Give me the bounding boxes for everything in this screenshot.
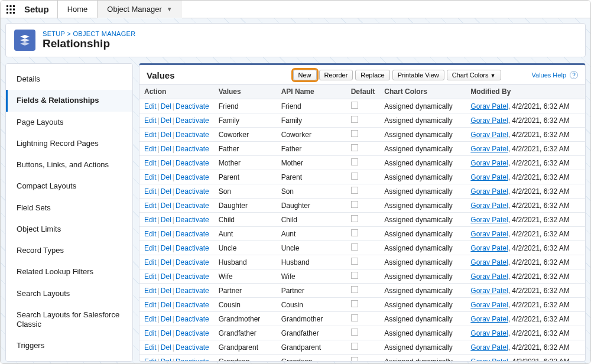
del-link[interactable]: Del — [161, 102, 171, 110]
edit-link[interactable]: Edit — [144, 315, 157, 323]
sidebar-item[interactable]: Lightning Record Pages — [6, 133, 132, 154]
deactivate-link[interactable]: Deactivate — [176, 116, 209, 125]
user-link[interactable]: Gorav Patel — [470, 287, 508, 295]
sidebar-item[interactable]: Search Layouts for Salesforce Classic — [6, 304, 132, 336]
edit-link[interactable]: Edit — [144, 159, 157, 167]
deactivate-link[interactable]: Deactivate — [176, 145, 209, 153]
user-link[interactable]: Gorav Patel — [470, 358, 508, 362]
edit-link[interactable]: Edit — [144, 343, 157, 352]
edit-link[interactable]: Edit — [144, 358, 157, 362]
edit-link[interactable]: Edit — [144, 145, 157, 153]
deactivate-link[interactable]: Deactivate — [176, 244, 209, 252]
user-link[interactable]: Gorav Patel — [470, 230, 508, 238]
user-link[interactable]: Gorav Patel — [470, 272, 508, 281]
del-link[interactable]: Del — [161, 145, 171, 153]
edit-link[interactable]: Edit — [144, 301, 157, 309]
del-link[interactable]: Del — [161, 173, 171, 181]
app-launcher-icon[interactable] — [1, 5, 21, 14]
user-link[interactable]: Gorav Patel — [470, 301, 508, 309]
user-link[interactable]: Gorav Patel — [470, 202, 508, 210]
deactivate-link[interactable]: Deactivate — [176, 258, 209, 266]
edit-link[interactable]: Edit — [144, 202, 157, 210]
user-link[interactable]: Gorav Patel — [470, 102, 508, 110]
deactivate-link[interactable]: Deactivate — [176, 358, 209, 362]
deactivate-link[interactable]: Deactivate — [176, 216, 209, 224]
deactivate-link[interactable]: Deactivate — [176, 272, 209, 281]
del-link[interactable]: Del — [161, 216, 171, 224]
del-link[interactable]: Del — [161, 202, 171, 210]
edit-link[interactable]: Edit — [144, 244, 157, 252]
user-link[interactable]: Gorav Patel — [470, 173, 508, 181]
deactivate-link[interactable]: Deactivate — [176, 230, 209, 238]
del-link[interactable]: Del — [161, 358, 171, 362]
help-link[interactable]: Values Help ? — [532, 71, 579, 79]
user-link[interactable]: Gorav Patel — [470, 216, 508, 224]
user-link[interactable]: Gorav Patel — [470, 258, 508, 266]
edit-link[interactable]: Edit — [144, 116, 157, 125]
sidebar-item[interactable]: Fields & Relationships — [6, 90, 132, 111]
sidebar-item[interactable]: Related Lookup Filters — [6, 261, 132, 282]
user-link[interactable]: Gorav Patel — [470, 329, 508, 337]
edit-link[interactable]: Edit — [144, 287, 157, 295]
nav-object-manager[interactable]: Object Manager ▼ — [97, 1, 181, 18]
values-table-wrapper[interactable]: Action Values API Name Default Chart Col… — [139, 84, 585, 361]
edit-link[interactable]: Edit — [144, 272, 157, 281]
sidebar-item[interactable]: Triggers — [6, 335, 132, 356]
deactivate-link[interactable]: Deactivate — [176, 315, 209, 323]
del-link[interactable]: Del — [161, 258, 171, 266]
sidebar-item[interactable]: Record Types — [6, 240, 132, 261]
del-link[interactable]: Del — [161, 187, 171, 196]
sidebar-item[interactable]: Object Limits — [6, 219, 132, 240]
del-link[interactable]: Del — [161, 272, 171, 281]
breadcrumb[interactable]: SETUP > OBJECT MANAGER — [43, 30, 135, 37]
del-link[interactable]: Del — [161, 343, 171, 352]
edit-link[interactable]: Edit — [144, 131, 157, 139]
sidebar-item[interactable]: Validation Rules — [6, 357, 132, 362]
del-link[interactable]: Del — [161, 244, 171, 252]
del-link[interactable]: Del — [161, 116, 171, 125]
deactivate-link[interactable]: Deactivate — [176, 202, 209, 210]
user-link[interactable]: Gorav Patel — [470, 244, 508, 252]
sidebar-item[interactable]: Page Layouts — [6, 112, 132, 133]
edit-link[interactable]: Edit — [144, 230, 157, 238]
reorder-button[interactable]: Reorder — [319, 70, 353, 80]
edit-link[interactable]: Edit — [144, 258, 157, 266]
edit-link[interactable]: Edit — [144, 173, 157, 181]
user-link[interactable]: Gorav Patel — [470, 145, 508, 153]
deactivate-link[interactable]: Deactivate — [176, 173, 209, 181]
replace-button[interactable]: Replace — [355, 70, 389, 80]
sidebar-item[interactable]: Field Sets — [6, 197, 132, 219]
edit-link[interactable]: Edit — [144, 102, 157, 110]
edit-link[interactable]: Edit — [144, 329, 157, 337]
deactivate-link[interactable]: Deactivate — [176, 329, 209, 337]
edit-link[interactable]: Edit — [144, 187, 157, 196]
deactivate-link[interactable]: Deactivate — [176, 187, 209, 196]
sidebar-item[interactable]: Compact Layouts — [6, 176, 132, 197]
user-link[interactable]: Gorav Patel — [470, 187, 508, 196]
user-link[interactable]: Gorav Patel — [470, 159, 508, 167]
del-link[interactable]: Del — [161, 329, 171, 337]
new-button[interactable]: New — [293, 70, 317, 80]
deactivate-link[interactable]: Deactivate — [176, 159, 209, 167]
deactivate-link[interactable]: Deactivate — [176, 287, 209, 295]
user-link[interactable]: Gorav Patel — [470, 315, 508, 323]
deactivate-link[interactable]: Deactivate — [176, 131, 209, 139]
del-link[interactable]: Del — [161, 301, 171, 309]
sidebar-item[interactable]: Details — [6, 69, 132, 90]
del-link[interactable]: Del — [161, 287, 171, 295]
printable-view-button[interactable]: Printable View — [392, 70, 444, 80]
sidebar-item[interactable]: Buttons, Links, and Actions — [6, 154, 132, 176]
deactivate-link[interactable]: Deactivate — [176, 102, 209, 110]
user-link[interactable]: Gorav Patel — [470, 131, 508, 139]
del-link[interactable]: Del — [161, 230, 171, 238]
user-link[interactable]: Gorav Patel — [470, 343, 508, 352]
chart-colors-button[interactable]: Chart Colors ▼ — [447, 70, 501, 80]
sidebar-item[interactable]: Search Layouts — [6, 283, 132, 304]
del-link[interactable]: Del — [161, 315, 171, 323]
del-link[interactable]: Del — [161, 159, 171, 167]
del-link[interactable]: Del — [161, 131, 171, 139]
nav-home[interactable]: Home — [57, 1, 98, 18]
deactivate-link[interactable]: Deactivate — [176, 343, 209, 352]
deactivate-link[interactable]: Deactivate — [176, 301, 209, 309]
edit-link[interactable]: Edit — [144, 216, 157, 224]
